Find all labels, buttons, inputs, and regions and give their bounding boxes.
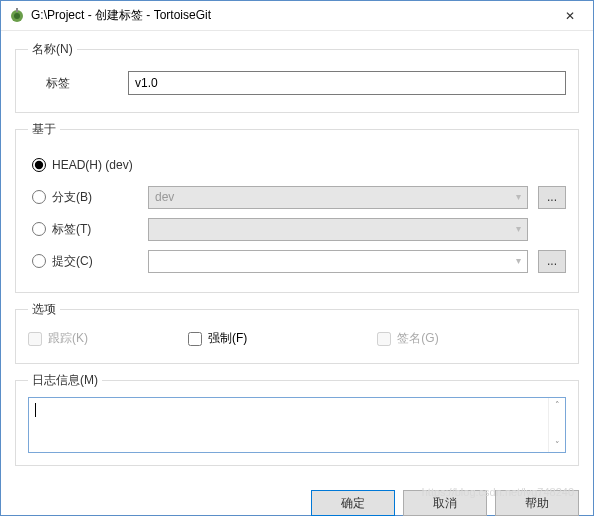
svg-point-1 (14, 13, 20, 19)
track-checkbox (28, 332, 42, 346)
tag-combo[interactable]: ▾ (148, 218, 528, 241)
radio-branch[interactable] (32, 190, 46, 204)
radio-head-label: HEAD(H) (dev) (52, 158, 162, 172)
branch-browse-button[interactable]: ... (538, 186, 566, 209)
force-label: 强制(F) (208, 330, 247, 347)
radio-head[interactable] (32, 158, 46, 172)
close-icon: ✕ (565, 9, 575, 23)
options-group: 选项 跟踪(K) 强制(F) 签名(G) (15, 301, 579, 364)
sign-label: 签名(G) (397, 330, 438, 347)
radio-branch-label: 分支(B) (52, 189, 148, 206)
text-cursor (35, 403, 36, 417)
log-group: 日志信息(M) ˄ ˅ (15, 372, 579, 466)
base-group: 基于 HEAD(H) (dev) 分支(B) dev ▾ ... 标签(T) ▾ (15, 121, 579, 293)
track-label: 跟踪(K) (48, 330, 88, 347)
chevron-down-icon: ▾ (516, 191, 521, 202)
scroll-down-icon[interactable]: ˅ (555, 438, 560, 452)
log-message-input[interactable]: ˄ ˅ (28, 397, 566, 453)
cancel-button[interactable]: 取消 (403, 490, 487, 516)
tag-label: 标签 (28, 75, 128, 92)
force-checkbox[interactable] (188, 332, 202, 346)
radio-commit[interactable] (32, 254, 46, 268)
commit-browse-button[interactable]: ... (538, 250, 566, 273)
name-group: 名称(N) 标签 (15, 41, 579, 113)
ok-button[interactable]: 确定 (311, 490, 395, 516)
dialog-content: 名称(N) 标签 基于 HEAD(H) (dev) 分支(B) dev ▾ ..… (1, 31, 593, 482)
sign-checkbox-wrap: 签名(G) (377, 330, 438, 347)
chevron-down-icon: ▾ (516, 255, 521, 266)
scrollbar[interactable]: ˄ ˅ (548, 398, 565, 452)
log-legend: 日志信息(M) (28, 372, 102, 389)
chevron-down-icon: ▾ (516, 223, 521, 234)
track-checkbox-wrap: 跟踪(K) (28, 330, 88, 347)
svg-rect-2 (16, 8, 18, 12)
radio-commit-label: 提交(C) (52, 253, 148, 270)
branch-combo[interactable]: dev ▾ (148, 186, 528, 209)
options-legend: 选项 (28, 301, 60, 318)
dialog-footer: 确定 取消 帮助 (1, 482, 593, 516)
window-title: G:\Project - 创建标签 - TortoiseGit (31, 7, 547, 24)
radio-tag[interactable] (32, 222, 46, 236)
app-icon (9, 8, 25, 24)
scroll-up-icon[interactable]: ˄ (555, 398, 560, 412)
dialog-window: G:\Project - 创建标签 - TortoiseGit ✕ 名称(N) … (0, 0, 594, 516)
radio-tag-label: 标签(T) (52, 221, 148, 238)
sign-checkbox (377, 332, 391, 346)
force-checkbox-wrap[interactable]: 强制(F) (188, 330, 247, 347)
commit-combo[interactable]: ▾ (148, 250, 528, 273)
tag-name-input[interactable] (128, 71, 566, 95)
name-legend: 名称(N) (28, 41, 77, 58)
base-legend: 基于 (28, 121, 60, 138)
titlebar: G:\Project - 创建标签 - TortoiseGit ✕ (1, 1, 593, 31)
help-button[interactable]: 帮助 (495, 490, 579, 516)
branch-combo-value: dev (155, 190, 174, 204)
close-button[interactable]: ✕ (547, 1, 593, 31)
